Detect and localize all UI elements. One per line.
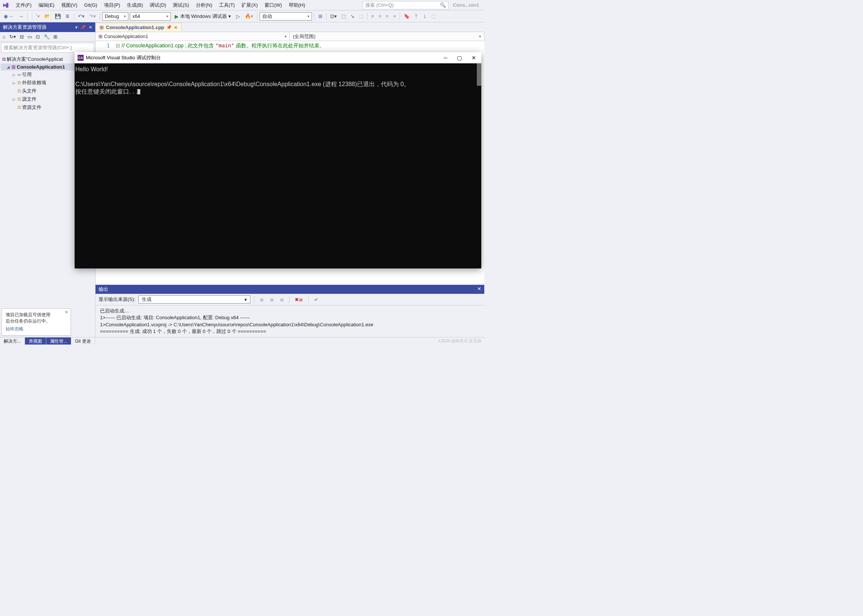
menu-window[interactable]: 窗口(W)	[261, 1, 285, 10]
menu-git[interactable]: Git(G)	[81, 1, 100, 9]
console-title-text: Microsoft Visual Studio 调试控制台	[86, 55, 161, 61]
code-area[interactable]: 1 ⊟ // ConsoleApplication1.cpp : 此文件包含 "…	[96, 41, 484, 51]
panel-close-icon[interactable]: ✕	[89, 25, 92, 30]
sync-icon[interactable]: ↻▾	[8, 33, 17, 40]
comment-icon[interactable]: ≡	[384, 12, 390, 20]
tool-icon-4[interactable]: ↘	[349, 12, 356, 20]
close-window-icon[interactable]: ✕	[472, 55, 476, 61]
refresh-icon[interactable]: ⊡	[35, 33, 41, 40]
output-prev-icon[interactable]: ≣	[268, 296, 276, 303]
status-tab-properties[interactable]: 属性管...	[46, 338, 71, 344]
notif-close-icon[interactable]: ✕	[65, 310, 68, 315]
nav-back-button[interactable]: ◉ ←	[2, 12, 16, 20]
menu-extensions[interactable]: 扩展(X)	[238, 1, 260, 10]
line-number: 1	[96, 42, 114, 49]
console-titlebar[interactable]: CA Microsoft Visual Studio 调试控制台 ─ ▢ ✕	[75, 52, 481, 63]
menu-debug[interactable]: 调试(D)	[146, 1, 169, 10]
properties-icon[interactable]: 🔧	[43, 33, 51, 40]
status-tab-solution[interactable]: 解决方...	[0, 338, 25, 344]
menu-help[interactable]: 帮助(H)	[286, 1, 308, 10]
home-icon[interactable]: ⌂	[2, 33, 7, 40]
config-dropdown[interactable]: Debug▾	[102, 12, 128, 20]
search-placeholder: 搜索 (Ctrl+Q)	[365, 2, 394, 9]
search-icon: 🔍	[440, 2, 446, 8]
status-tab-git[interactable]: Git 更改	[71, 338, 95, 344]
nav-forward-button[interactable]: →	[17, 12, 25, 20]
menu-bar: 文件(F) 编辑(E) 视图(V) Git(G) 项目(P) 生成(B) 调试(…	[0, 0, 484, 11]
maximize-icon[interactable]: ▢	[457, 55, 462, 61]
tool-icon-2[interactable]: ⊡▾	[329, 12, 339, 20]
output-clear-icon[interactable]: ✖≣	[293, 296, 304, 303]
bookmark-prev-icon[interactable]: ⤒	[413, 12, 420, 20]
menu-analyze[interactable]: 分析(N)	[193, 1, 215, 10]
tab-file[interactable]: ⊞ ConsoleApplication1.cpp 📌 ✕	[96, 23, 182, 32]
menu-test[interactable]: 测试(S)	[170, 1, 192, 10]
collapse-icon[interactable]: ⊟	[19, 33, 25, 40]
debug-console-window: CA Microsoft Visual Studio 调试控制台 ─ ▢ ✕ H…	[75, 52, 481, 269]
minimize-icon[interactable]: ─	[444, 55, 447, 61]
auto-dropdown[interactable]: 自动▾	[260, 12, 312, 20]
notif-ignore-link[interactable]: 始终忽略	[6, 326, 67, 332]
editor-nav-bar: ⊞ ConsoleApplication1▾ (全局范围)▾	[96, 32, 484, 41]
bookmark-clear-icon[interactable]: ⬚	[430, 12, 437, 20]
save-button[interactable]: 💾	[54, 12, 62, 20]
output-wrap-icon[interactable]: ⤶	[312, 296, 320, 303]
watermark-text: CSDN @闲有尽,意无琼	[439, 338, 481, 344]
play-icon: ▶	[175, 13, 179, 19]
tool-icon-1[interactable]: ⊞	[317, 12, 324, 20]
output-panel: 输出 ✕ 显示输出来源(S): 生成▾ ≣ ≣ ≣ ✖≣ ⤶ 已启动生成… 1>…	[96, 284, 484, 337]
menu-view[interactable]: 视图(V)	[58, 1, 80, 10]
menu-file[interactable]: 文件(F)	[13, 1, 35, 10]
hot-reload-button[interactable]: 🔥▾	[243, 12, 255, 20]
nav-scope-dropdown[interactable]: ⊞ ConsoleApplication1▾	[96, 32, 290, 41]
status-tab-classview[interactable]: 类视图	[25, 338, 46, 344]
nav-member-dropdown[interactable]: (全局范围)▾	[290, 32, 484, 41]
app-title: Cons...ion1	[449, 2, 483, 8]
menu-project[interactable]: 项目(P)	[101, 1, 123, 10]
output-goto-icon[interactable]: ≣	[258, 296, 265, 303]
chevron-down-icon: ▾	[307, 14, 309, 18]
menu-edit[interactable]: 编辑(E)	[35, 1, 57, 10]
platform-dropdown[interactable]: x64▾	[130, 12, 171, 20]
tool-icon-5[interactable]: ⬚	[357, 12, 365, 20]
output-next-icon[interactable]: ≣	[278, 296, 285, 303]
save-all-button[interactable]: 🗎	[64, 12, 72, 20]
open-file-button[interactable]: 📂	[43, 12, 52, 20]
panel-dropdown-icon[interactable]: ▾	[76, 25, 77, 30]
menu-build[interactable]: 生成(B)	[124, 1, 146, 10]
menu-tools[interactable]: 工具(T)	[216, 1, 238, 10]
output-close-icon[interactable]: ✕	[477, 286, 481, 293]
redo-button[interactable]: ↷▾	[88, 12, 98, 20]
search-input[interactable]: 搜索 (Ctrl+Q) 🔍	[363, 1, 449, 9]
new-item-button[interactable]: 📄▾	[30, 12, 41, 20]
output-source-dropdown[interactable]: 生成▾	[139, 295, 250, 303]
output-text[interactable]: 已启动生成… 1>------ 已启动生成: 项目: ConsoleApplic…	[96, 305, 484, 337]
pin-icon[interactable]: 📌	[166, 25, 172, 30]
solution-explorer-title: 解决方案资源管理器 ▾ 📌 ✕	[0, 22, 95, 32]
solution-explorer-toolbar: ⌂ ↻▾ ⊟ ▭ ⊡ 🔧 ⊞	[0, 32, 95, 42]
output-title: 输出 ✕	[96, 285, 484, 294]
editor-tabs: ⊞ ConsoleApplication1.cpp 📌 ✕	[96, 22, 484, 32]
undo-button[interactable]: ↶▾	[77, 12, 86, 20]
code-comment: // ConsoleApplication1.cpp : 此文件包含 "main…	[122, 42, 324, 49]
fold-icon[interactable]: ⊟	[114, 42, 122, 49]
indent-right-icon[interactable]: ≡	[377, 12, 383, 20]
close-tab-icon[interactable]: ✕	[174, 25, 178, 30]
start-without-debug-button[interactable]: ▷	[235, 12, 242, 20]
preview-icon[interactable]: ⊞	[52, 33, 58, 40]
output-toolbar: 显示输出来源(S): 生成▾ ≣ ≣ ≣ ✖≣ ⤶	[96, 294, 484, 305]
debugger-label: 本地 Windows 调试器	[180, 13, 227, 20]
show-all-icon[interactable]: ▭	[27, 33, 33, 40]
tool-icon-3[interactable]: ⬚	[340, 12, 347, 20]
console-output[interactable]: Hello World! C:\Users\YanChenyu\source\r…	[75, 63, 481, 269]
solution-search-input[interactable]: 搜索解决方案资源管理器(Ctrl+;)	[1, 43, 94, 53]
expander-icon[interactable]: ◢	[6, 65, 11, 69]
start-debug-button[interactable]: ▶ 本地 Windows 调试器▾	[172, 13, 233, 20]
panel-pin-icon[interactable]: 📌	[80, 25, 86, 30]
cursor-icon	[137, 89, 140, 94]
bookmark-next-icon[interactable]: ⤓	[421, 12, 428, 20]
bookmark-icon[interactable]: 🔖	[402, 12, 411, 20]
uncomment-icon[interactable]: ≡	[391, 12, 397, 20]
indent-left-icon[interactable]: ≡	[370, 12, 376, 20]
chevron-down-icon: ▾	[166, 14, 168, 18]
